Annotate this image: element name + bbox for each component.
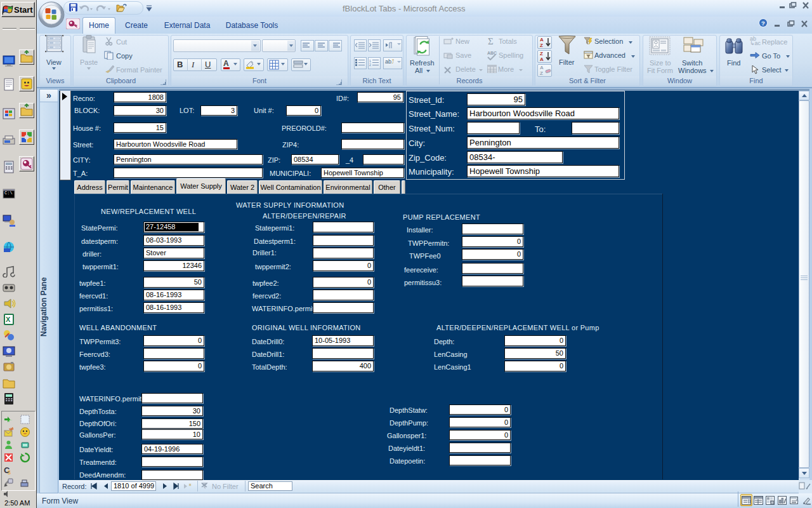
svg-text:X: X [6, 316, 11, 323]
svg-text:?: ? [761, 20, 765, 27]
svg-text:s: s [8, 469, 11, 476]
svg-text:C:\: C:\ [4, 190, 13, 196]
svg-text:2: 2 [369, 63, 371, 67]
